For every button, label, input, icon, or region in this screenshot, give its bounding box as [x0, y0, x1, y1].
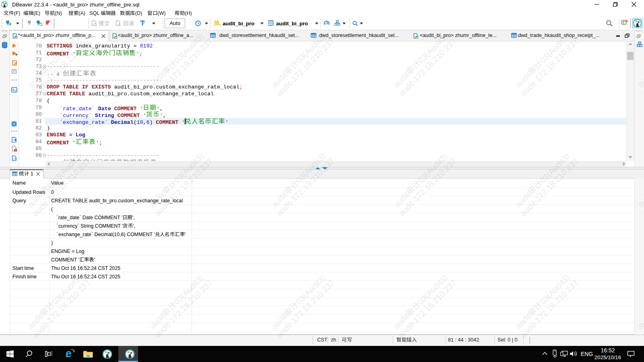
- svg-text:e: e: [66, 348, 72, 359]
